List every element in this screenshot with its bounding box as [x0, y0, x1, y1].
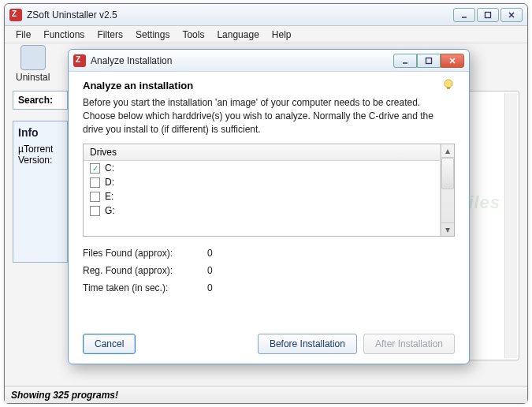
maximize-button[interactable]	[477, 8, 499, 22]
menu-filters[interactable]: Filters	[92, 28, 128, 42]
drives-scrollbar[interactable]: ▴ ▾	[441, 144, 454, 236]
status-text: Showing 325 programs!	[11, 390, 118, 401]
info-header: Info	[18, 126, 62, 139]
before-installation-button[interactable]: Before Installation	[258, 334, 357, 354]
lightbulb-icon	[442, 78, 455, 91]
scroll-up-button[interactable]: ▴	[441, 144, 454, 158]
menu-functions[interactable]: Functions	[39, 28, 89, 42]
menu-tools[interactable]: Tools	[177, 28, 209, 42]
svg-point-8	[445, 80, 452, 88]
toolbar-uninstall-label: Uninstal	[16, 72, 50, 83]
dialog-app-icon	[73, 54, 86, 67]
dialog-heading: Analyze an installation	[83, 80, 455, 91]
dialog-title: Analyze Installation	[91, 55, 393, 66]
minimize-button[interactable]	[453, 8, 475, 22]
drive-checkbox-c[interactable]: ✓	[90, 163, 100, 174]
search-label: Search:	[13, 91, 68, 110]
info-line-version: Version:	[18, 155, 62, 166]
dialog-minimize-button[interactable]	[393, 54, 417, 68]
drive-label: G:	[105, 205, 115, 216]
stat-reg-label: Reg. Found (approx):	[83, 265, 201, 276]
after-button-label: After Installation	[375, 338, 443, 349]
menu-help[interactable]: Help	[267, 28, 296, 42]
scroll-down-button[interactable]: ▾	[441, 222, 454, 236]
close-button[interactable]	[500, 8, 523, 22]
main-titlebar[interactable]: ZSoft Uninstaller v2.5	[5, 4, 527, 26]
menubar: File Functions Filters Settings Tools La…	[5, 26, 527, 43]
drive-label: C:	[105, 162, 114, 174]
drive-checkbox-d[interactable]	[90, 177, 100, 188]
svg-rect-1	[485, 12, 491, 17]
info-panel: Info µTorrent Version:	[13, 121, 68, 263]
scroll-thumb[interactable]	[441, 158, 454, 189]
svg-rect-5	[426, 58, 432, 63]
dialog-titlebar[interactable]: Analyze Installation	[69, 50, 469, 72]
dialog-description: Before you start the installation 'an im…	[83, 96, 455, 136]
menu-file[interactable]: File	[11, 28, 35, 42]
stat-reg-value: 0	[207, 265, 231, 276]
drives-listbox: Drives ✓ C: D: E: G: ▴	[83, 144, 455, 237]
info-line-program: µTorrent	[18, 144, 62, 155]
drive-row-d[interactable]: D:	[84, 175, 440, 189]
menu-language[interactable]: Language	[212, 28, 263, 42]
program-list-scrollbar[interactable]	[504, 93, 517, 358]
stat-files-label: Files Found (approx):	[83, 248, 201, 259]
before-button-label: Before Installation	[270, 338, 345, 349]
drives-header: Drives	[84, 144, 440, 161]
svg-rect-9	[447, 87, 450, 89]
drive-label: E:	[105, 191, 113, 202]
app-icon	[9, 9, 22, 21]
drive-checkbox-g[interactable]	[90, 206, 100, 216]
drive-row-g[interactable]: G:	[84, 204, 440, 218]
uninstall-icon	[20, 45, 46, 70]
drive-checkbox-e[interactable]	[90, 192, 100, 202]
dialog-close-button[interactable]	[441, 54, 464, 68]
drive-row-c[interactable]: ✓ C:	[84, 161, 440, 175]
drive-label: D:	[105, 177, 114, 188]
analyze-dialog: Analyze Installation Analyze an installa…	[68, 49, 470, 364]
stat-files-value: 0	[207, 248, 231, 259]
dialog-maximize-button[interactable]	[417, 54, 441, 68]
status-bar: Showing 325 programs!	[5, 386, 527, 403]
stat-time-value: 0	[207, 282, 231, 293]
toolbar-uninstall-button[interactable]: Uninstal	[16, 45, 50, 83]
menu-settings[interactable]: Settings	[131, 28, 174, 42]
after-installation-button[interactable]: After Installation	[363, 334, 455, 354]
cancel-button[interactable]: Cancel	[83, 334, 136, 354]
main-window-title: ZSoft Uninstaller v2.5	[27, 9, 453, 21]
cancel-button-label: Cancel	[95, 338, 124, 349]
stat-time-label: Time taken (in sec.):	[83, 282, 201, 293]
drive-row-e[interactable]: E:	[84, 189, 440, 204]
